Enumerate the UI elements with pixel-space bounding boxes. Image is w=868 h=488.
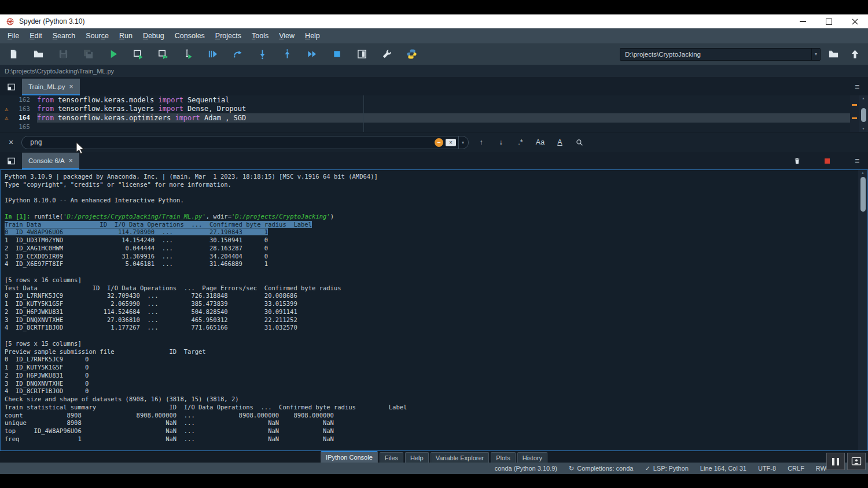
debug-file-button[interactable] [204, 46, 221, 62]
browse-tabs-icon[interactable] [3, 80, 19, 94]
console-line: 3 ID_CEXD05IR09 31.369916 ... 34.204404 … [5, 253, 867, 261]
close-button[interactable] [842, 14, 868, 28]
run-file-button[interactable] [104, 46, 122, 62]
code-editor[interactable]: 162from tensorflow.keras.models import S… [0, 95, 868, 132]
editor-tab-bar: Train_ML.py × ≡ [0, 77, 868, 95]
ipython-console-output[interactable]: Python 3.10.9 | packaged by Anaconda, In… [0, 169, 868, 451]
regex-toggle-icon[interactable]: .* [513, 136, 528, 149]
pause-recording-button[interactable] [826, 453, 845, 470]
save-file-button[interactable] [54, 46, 72, 62]
working-directory-combobox[interactable]: D:\projects\CryptoJacking ▾ [620, 48, 821, 61]
editor-tab-label: Train_ML.py [28, 83, 65, 90]
interrupt-kernel-icon[interactable] [819, 154, 834, 167]
pane-tab-history[interactable]: History [517, 452, 547, 463]
editor-scrollbar-thumb[interactable] [861, 108, 866, 122]
menu-item-source[interactable]: Source [80, 30, 114, 42]
editor-line-164[interactable]: ⚠164from tensorflow.keras.optimizers imp… [0, 113, 868, 123]
warning-flag[interactable] [852, 117, 857, 119]
working-directory-caret-icon[interactable]: ▾ [811, 49, 820, 60]
menu-item-consoles[interactable]: Consoles [170, 30, 210, 42]
scroll-down-icon[interactable]: ▾ [862, 126, 865, 132]
editor-line-163[interactable]: ⚠163from tensorflow.keras.layers import … [0, 105, 868, 114]
line-number: 163 [13, 105, 37, 113]
tab-close-icon[interactable]: × [69, 157, 73, 165]
find-input[interactable] [29, 138, 432, 147]
editor-options-menu-icon[interactable]: ≡ [849, 80, 865, 93]
console-scrollbar-thumb[interactable] [860, 177, 866, 212]
open-file-button[interactable] [30, 46, 47, 62]
pane-tab-plots[interactable]: Plots [491, 452, 515, 463]
console-line: freq 1 NaN ... NaN NaN [5, 435, 867, 443]
pane-tab-variable-explorer[interactable]: Variable Explorer [431, 452, 490, 463]
webcam-preview-button[interactable] [847, 453, 866, 470]
editor-scrollbar[interactable]: ▴ ▾ [859, 95, 868, 132]
menu-item-run[interactable]: Run [114, 30, 138, 42]
warning-flag[interactable] [852, 104, 857, 106]
tab-close-icon[interactable]: × [69, 83, 73, 91]
no-matches-badge: − [435, 138, 443, 147]
browse-tabs-icon[interactable] [3, 154, 19, 168]
menu-item-projects[interactable]: Projects [210, 30, 247, 42]
run-cell-advance-button[interactable] [154, 46, 171, 62]
new-file-button[interactable] [5, 46, 22, 62]
editor-gutter: ⚠164 [0, 113, 37, 123]
status-bar: conda (Python 3.10.9)↻Completions: conda… [0, 463, 868, 474]
status-lsp: ✓LSP: Python [645, 465, 688, 472]
editor-line-162[interactable]: 162from tensorflow.keras.models import S… [0, 95, 868, 105]
pane-tab-help[interactable]: Help [405, 452, 429, 463]
step-return-button[interactable] [278, 46, 296, 62]
menu-item-view[interactable]: View [274, 30, 300, 42]
search-history-caret-icon[interactable]: ▾ [458, 136, 464, 149]
console-scrollbar[interactable]: ▴ [858, 170, 867, 450]
menu-item-edit[interactable]: Edit [24, 30, 47, 42]
find-next-icon[interactable]: ↓ [494, 136, 508, 149]
console-line [5, 332, 867, 340]
console-options-menu-icon[interactable]: ≡ [849, 154, 865, 167]
stop-debugging-button[interactable] [328, 46, 345, 62]
editor-tab-train-ml[interactable]: Train_ML.py × [22, 79, 80, 95]
window-controls [790, 14, 868, 28]
line-number: 162 [13, 96, 37, 103]
menu-item-tools[interactable]: Tools [247, 30, 274, 42]
continue-execution-button[interactable] [303, 46, 321, 62]
title-bar: Spyder (Python 3.10) [0, 14, 868, 28]
find-previous-icon[interactable]: ↑ [474, 136, 488, 149]
run-current-line-button[interactable] [229, 46, 246, 62]
run-cell-button[interactable] [129, 46, 146, 62]
scroll-up-icon[interactable]: ▴ [862, 170, 865, 176]
parent-directory-button[interactable] [846, 46, 863, 62]
menu-item-debug[interactable]: Debug [138, 30, 170, 42]
console-tab[interactable]: Console 6/A × [22, 153, 79, 169]
console-line: unique 8908 NaN ... NaN NaN [5, 419, 867, 427]
python-env-button[interactable] [403, 46, 420, 62]
console-line: IPython 8.10.0 -- An enhanced Interactiv… [5, 197, 867, 205]
scroll-up-icon[interactable]: ▴ [862, 95, 865, 101]
console-line: 1 ID_UD3TM0ZYND 14.154240 ... 30.150941 … [5, 236, 867, 245]
minimize-button[interactable] [790, 14, 816, 28]
maximize-pane-button[interactable] [353, 46, 370, 62]
step-into-button[interactable] [253, 46, 271, 62]
case-sensitive-toggle-icon[interactable]: Aa [533, 136, 547, 149]
menu-item-search[interactable]: Search [47, 30, 81, 42]
status-text: LSP: Python [653, 465, 689, 472]
browse-working-directory-button[interactable] [825, 46, 842, 62]
console-line: count 8908 8908.000000 ... 8908.000000 8… [5, 412, 867, 420]
highlight-matches-icon[interactable] [572, 136, 587, 149]
menu-item-help[interactable]: Help [300, 30, 325, 42]
maximize-button[interactable] [816, 14, 842, 28]
status-text: CRLF [788, 465, 804, 472]
preferences-button[interactable] [378, 46, 395, 62]
editor-line-165[interactable]: 165 [0, 123, 868, 132]
whole-word-toggle-icon[interactable]: A [553, 136, 567, 149]
console-line: [5 rows x 16 columns] [5, 276, 867, 284]
status-eol: CRLF [788, 465, 804, 472]
pane-tab-files[interactable]: Files [380, 452, 403, 463]
find-close-icon[interactable]: × [6, 138, 16, 147]
run-selection-button[interactable] [179, 46, 196, 62]
save-all-button[interactable] [79, 46, 97, 62]
clear-search-icon[interactable]: × [446, 139, 456, 146]
menu-item-file[interactable]: File [2, 30, 24, 42]
pane-tab-ipython-console[interactable]: IPython Console [321, 451, 378, 463]
remove-all-variables-icon[interactable] [789, 154, 804, 167]
console-line: 2 ID_H6PJWKU831 0 [5, 372, 867, 380]
